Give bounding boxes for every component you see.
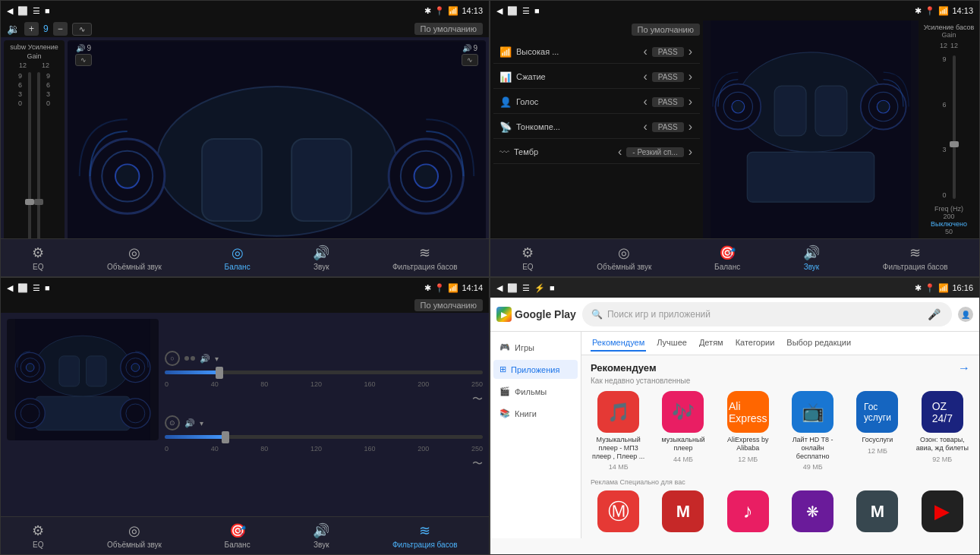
record-icon-q4: ■ [550, 283, 555, 292]
nav-bass-q2[interactable]: ≋ Фильтрация басов [883, 244, 948, 271]
avatar-q4[interactable]: 👤 [958, 307, 973, 322]
status-bar-right-q3: ✱ 📍 📶 14:14 [424, 283, 483, 293]
chevron-right-0[interactable]: › [687, 45, 694, 58]
back-icon-q3[interactable]: ◀ [7, 283, 13, 293]
v-slider-q2[interactable]: 9630 [942, 55, 955, 199]
sidebar-item-books[interactable]: 📚 Книги [493, 404, 578, 423]
sound-row-3[interactable]: 📡 Тонкомпе... ‹ PASS › [493, 115, 700, 139]
v-track-q2[interactable] [953, 55, 956, 199]
nav-surround-q2[interactable]: ◎ Объёмный звук [597, 244, 651, 271]
chevron-right-1[interactable]: › [687, 70, 694, 84]
nav-bass-q3[interactable]: ≋ Фильтрация басов [392, 522, 458, 549]
menu-icon-q4[interactable]: ☰ [522, 283, 530, 293]
mic-icon[interactable]: 🎤 [925, 305, 943, 323]
books-icon: 📚 [499, 408, 510, 418]
h-track-1[interactable] [165, 371, 483, 374]
wifi-icon-q4: 📶 [938, 283, 949, 293]
chevron-left-3[interactable]: ‹ [641, 120, 648, 134]
v-slider-thumb-left[interactable] [25, 199, 34, 205]
volume-ctrl-down-q1[interactable]: 🔉 [7, 23, 20, 35]
nav-surround-q1[interactable]: ◎ Объёмный звук [107, 244, 162, 271]
menu-icon-q1[interactable]: ☰ [33, 6, 40, 16]
plus-btn-q1[interactable]: + [24, 22, 39, 36]
sidebar-item-movies[interactable]: 🎬 Фильмы [493, 382, 578, 401]
menu-icon-q2[interactable]: ☰ [522, 6, 530, 16]
ad-card-2[interactable]: ♪ [720, 490, 776, 532]
circle-ctrl-2[interactable]: ⊙ [165, 415, 180, 430]
tab-categories[interactable]: Категории [734, 335, 777, 352]
ad-card-1[interactable]: М [655, 490, 711, 532]
app-name-0: Музыкальный плеер - МП3 плеер , Плеер ..… [591, 436, 646, 460]
balance-icon-q3: 🎯 [229, 522, 246, 539]
home-icon-q4[interactable]: ⬜ [507, 283, 518, 293]
tab-editors-choice[interactable]: Выбор редакции [785, 335, 852, 352]
v-thumb-q2[interactable] [950, 141, 959, 147]
default-button-q3[interactable]: По умолчанию [414, 299, 483, 311]
app-card-3[interactable]: 📺 Лайт HD T8 - онлайн бесплатно 49 МБ [785, 391, 840, 471]
nav-sound-q3[interactable]: 🔊 Звук [313, 522, 329, 549]
svg-rect-17 [747, 152, 874, 202]
app-card-5[interactable]: OZ24/7 Озон: товары, авиа, жд билеты 92 … [915, 391, 970, 471]
ad-card-4[interactable]: M [849, 490, 905, 532]
nav-balance-q2[interactable]: 🎯 Баланс [714, 244, 740, 271]
chevron-right-2[interactable]: › [687, 95, 694, 109]
menu-icon-q3[interactable]: ☰ [33, 283, 40, 293]
home-icon-q3[interactable]: ⬜ [17, 283, 28, 293]
ad-icon-5: ▶ [922, 490, 963, 532]
search-bar[interactable]: 🔍 Поиск игр и приложений 🎤 [582, 302, 952, 326]
app-card-2[interactable]: AliExpress AliExpress by Alibaba 12 МБ [720, 391, 776, 471]
nav-sound-q1[interactable]: 🔊 Звук [313, 244, 329, 271]
ad-card-0[interactable]: Ⓜ [591, 490, 646, 532]
nav-surround-q3[interactable]: ◎ Объёмный звук [107, 522, 162, 549]
sound-row-1[interactable]: 📊 Сжатие ‹ PASS › [493, 65, 700, 89]
sound-row-0[interactable]: 📶 Высокая ... ‹ PASS › [493, 40, 700, 64]
sound-row-4[interactable]: 〰 Тембр ‹ - Резкий сп... › [493, 140, 700, 164]
home-icon-q1[interactable]: ⬜ [17, 6, 28, 16]
recommended-arrow[interactable]: → [958, 361, 970, 375]
tab-best[interactable]: Лучшее [655, 335, 689, 352]
app-card-0[interactable]: 🎵 Музыкальный плеер - МП3 плеер , Плеер … [591, 391, 646, 471]
v-slider-thumb-right[interactable] [34, 199, 43, 205]
sidebar-item-games[interactable]: 🎮 Игры [493, 338, 578, 357]
wave-preview-q1[interactable]: ∿ [72, 23, 92, 36]
ad-card-3[interactable]: ❋ [785, 490, 840, 532]
sound-row-2[interactable]: 👤 Голос ‹ PASS › [493, 90, 700, 114]
nav-sound-q2[interactable]: 🔊 Звук [803, 244, 820, 271]
nav-bass-q1[interactable]: ≋ Фильтрация басов [392, 244, 458, 271]
ad-card-5[interactable]: ▶ [915, 490, 970, 532]
bass-icon-q3: ≋ [419, 522, 430, 539]
tab-recommended[interactable]: Рекомендуем [591, 335, 646, 352]
nav-balance-q3[interactable]: 🎯 Баланс [225, 522, 251, 549]
h-thumb-2[interactable] [222, 431, 229, 443]
h-track-2[interactable] [165, 435, 483, 439]
default-button-q2[interactable]: По умолчанию [632, 24, 700, 36]
gplay-tabs: Рекомендуем Лучшее Детям Категории Выбор… [581, 332, 979, 355]
chevron-right-4[interactable]: › [687, 145, 694, 159]
nav-eq-q2[interactable]: ⚙ EQ [522, 244, 534, 271]
chevron-left-1[interactable]: ‹ [641, 70, 648, 84]
back-icon-q1[interactable]: ◀ [7, 6, 13, 16]
back-icon-q2[interactable]: ◀ [496, 6, 503, 16]
nav-eq-q1[interactable]: ⚙ EQ [32, 244, 44, 271]
nav-eq-q3[interactable]: ⚙ EQ [32, 522, 44, 549]
ads-row: Ⓜ М ♪ ❋ M [591, 490, 970, 532]
app-card-1[interactable]: 🎶 музыкальный плеер 44 МБ [655, 391, 711, 471]
sidebar-item-apps[interactable]: ⊞ Приложения [493, 360, 578, 379]
status-bar-q3: ◀ ⬜ ☰ ■ ✱ 📍 📶 14:14 [1, 278, 489, 298]
gplay-logo: ▶ Google Play [496, 307, 576, 322]
circle-ctrl-1[interactable]: ○ [165, 351, 180, 366]
default-button-q1[interactable]: По умолчанию [414, 23, 483, 35]
home-icon-q2[interactable]: ⬜ [507, 6, 518, 16]
app-card-4[interactable]: Госуслуги Госуслуги 12 МБ [849, 391, 905, 471]
back-icon-q4[interactable]: ◀ [496, 283, 503, 293]
record-icon-q2: ■ [534, 6, 540, 15]
h-thumb-1[interactable] [216, 367, 223, 379]
chevron-left-0[interactable]: ‹ [641, 45, 648, 58]
chevron-left-4[interactable]: ‹ [616, 145, 623, 159]
nav-balance-q1[interactable]: ◎ Баланс [225, 244, 251, 271]
chevron-left-2[interactable]: ‹ [641, 95, 648, 109]
status-bar-left-q3: ◀ ⬜ ☰ ■ [7, 283, 50, 293]
tab-kids[interactable]: Детям [698, 335, 725, 352]
minus-btn-q1[interactable]: − [53, 22, 68, 36]
chevron-right-3[interactable]: › [687, 120, 694, 134]
